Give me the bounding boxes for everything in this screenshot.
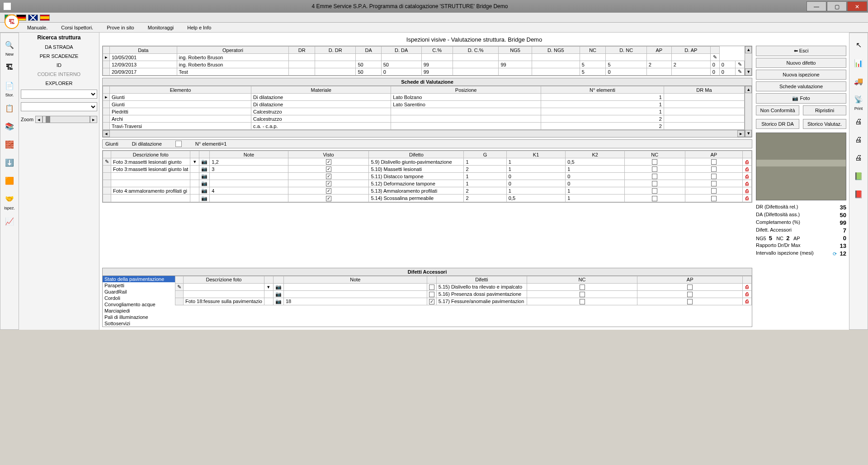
visto-checkbox[interactable]: [326, 159, 331, 165]
acc-item-parapetti[interactable]: Parapetti: [103, 282, 175, 289]
pdf-row-icon[interactable]: ⎙: [743, 195, 752, 202]
col-dr[interactable]: DR: [289, 47, 315, 54]
esci-button[interactable]: ⬅ Esci: [756, 46, 846, 56]
col-posizione[interactable]: Posizione: [391, 86, 541, 94]
acc-row[interactable]: Foto 18:fessure sulla pavimentazio📷185.1…: [175, 298, 752, 305]
pdf-row-icon[interactable]: ⎙: [743, 180, 752, 187]
pdf-row-icon[interactable]: ⎙: [743, 166, 752, 173]
side-codice-interno[interactable]: CODICE INTERNO: [21, 70, 97, 79]
menu-corsi[interactable]: Corsi Ispettori.: [61, 25, 93, 30]
side-combo-2[interactable]: [21, 102, 97, 111]
cursor-icon[interactable]: ↖: [852, 38, 865, 51]
acc-item-marciapiedi[interactable]: Marciapiedi: [103, 308, 175, 314]
truck-icon[interactable]: 🚚: [852, 75, 865, 87]
excel-icon[interactable]: 📗: [852, 170, 865, 182]
schede-hscroll[interactable]: ◂▸: [103, 130, 745, 137]
acc-col-difetti[interactable]: Difetti: [436, 276, 527, 283]
acc-item-cordoli[interactable]: Cordoli: [103, 295, 175, 301]
visto-checkbox[interactable]: [326, 196, 331, 201]
camera-icon[interactable]: 📷: [199, 180, 210, 187]
nc-checkbox[interactable]: [652, 174, 657, 179]
side-combo-1[interactable]: [21, 90, 97, 99]
defect-row[interactable]: ✎Foto 3:massetti lesionati giunto▾📷1,25.…: [103, 158, 752, 166]
col-def-nc[interactable]: NC: [624, 151, 685, 158]
schede-valutazione-button[interactable]: Schede valutazione: [756, 81, 846, 91]
insp-row[interactable]: ▸10/05/2001ing. Roberto Bruson✎: [103, 54, 745, 61]
visto-checkbox[interactable]: [326, 166, 331, 172]
col-da[interactable]: DA: [356, 47, 381, 54]
ap-checkbox[interactable]: [711, 174, 717, 179]
menu-prove[interactable]: Prove in sito: [107, 25, 134, 30]
camera-icon[interactable]: 📷: [199, 195, 210, 202]
acc-checkbox[interactable]: [429, 285, 434, 290]
col-difetto[interactable]: Difetto: [369, 151, 464, 158]
camera-icon[interactable]: 📷: [273, 283, 283, 290]
schede-vscroll[interactable]: ▴▾: [745, 86, 752, 137]
col-ng5[interactable]: NG5: [499, 47, 532, 54]
nc-checkbox[interactable]: [580, 299, 585, 304]
insp-row[interactable]: 20/09/2017Test500995000✎: [103, 68, 745, 76]
brick-icon[interactable]: 🧱: [3, 138, 16, 151]
acc-col-nc[interactable]: NC: [527, 276, 637, 283]
acc-row[interactable]: 📷5.16) Presenza dossi pavimentazione⎙: [175, 290, 752, 298]
close-button[interactable]: ✕: [847, 1, 867, 11]
schede-row[interactable]: PiedrittiCalcestruzzo1: [103, 108, 745, 115]
defect-row[interactable]: 📷5.11) Distacco tampone100⎙: [103, 173, 752, 180]
printer3-icon[interactable]: 🖨: [852, 152, 865, 164]
edit-icon[interactable]: ✎: [713, 54, 717, 60]
col-dap[interactable]: D. AP: [671, 47, 710, 54]
nuovo-difetto-button[interactable]: Nuovo difetto: [756, 58, 846, 68]
defect-row[interactable]: Foto 3:massetti lesionati giunto lat📷35.…: [103, 166, 752, 173]
foto-button[interactable]: 📷 Foto: [756, 93, 846, 104]
defect-row[interactable]: 📷5.14) Scossalina permeabile20,51⎙: [103, 195, 752, 202]
nc-checkbox[interactable]: [580, 285, 585, 290]
col-visto[interactable]: Visto: [288, 151, 369, 158]
defect-row[interactable]: Foto 4:ammaloramento profilati gi📷45.13)…: [103, 187, 752, 195]
ap-checkbox[interactable]: [711, 166, 717, 172]
filter-checkbox[interactable]: [175, 141, 182, 147]
maximize-button[interactable]: ▢: [827, 1, 847, 11]
acc-item-pavimentazione[interactable]: Stato della pavimentazione: [103, 276, 175, 282]
storico-dr-button[interactable]: Storico DR DA: [756, 119, 799, 129]
camera-icon[interactable]: 📷: [199, 166, 210, 173]
acc-item-sottoservizi[interactable]: Sottoservizi: [103, 320, 175, 327]
schede-row[interactable]: GiuntiDi dilatazioneLato Sarentino1: [103, 101, 745, 108]
ap-checkbox[interactable]: [687, 292, 693, 297]
col-materiale[interactable]: Materiale: [251, 86, 391, 94]
col-drma[interactable]: DR Ma: [664, 86, 744, 94]
edit-icon[interactable]: ✎: [738, 69, 742, 74]
acc-checkbox[interactable]: [429, 299, 434, 304]
camera-icon[interactable]: 📷: [199, 187, 210, 195]
ripristini-button[interactable]: Ripristini: [803, 105, 846, 115]
edit-icon[interactable]: ✎: [738, 62, 742, 67]
side-per-scadenze[interactable]: PER SCADENZE: [21, 52, 97, 61]
nuova-ispezione-button[interactable]: Nuova ispezione: [756, 70, 846, 80]
flag-es-icon[interactable]: [40, 14, 50, 21]
col-c[interactable]: C.%: [421, 47, 453, 54]
minimize-button[interactable]: —: [807, 1, 826, 11]
camera-icon[interactable]: 📷: [199, 158, 210, 166]
zoom-left-icon[interactable]: ◂: [35, 116, 42, 123]
col-dnc[interactable]: D. NC: [606, 47, 646, 54]
flag-uk-icon[interactable]: [28, 14, 38, 21]
side-id[interactable]: ID: [21, 61, 97, 70]
camera-icon[interactable]: 📷: [199, 173, 210, 180]
insp-vscroll[interactable]: ▴▾: [745, 46, 752, 76]
storico-val-button[interactable]: Storico Valutaz.: [803, 119, 846, 129]
printer2-icon[interactable]: 🖨: [852, 133, 865, 146]
col-k1[interactable]: K1: [506, 151, 566, 158]
non-conformita-button[interactable]: Non Conformità: [756, 105, 799, 115]
acc-item-acque[interactable]: Convogliamento acque: [103, 301, 175, 308]
nc-checkbox[interactable]: [652, 166, 657, 172]
signal-icon[interactable]: 📡: [852, 93, 865, 105]
printer-icon[interactable]: 🖨: [852, 115, 865, 128]
pdf-icon[interactable]: 📕: [852, 188, 865, 200]
camera-icon[interactable]: 📷: [273, 298, 283, 305]
ap-checkbox[interactable]: [687, 299, 693, 304]
col-data[interactable]: Data: [110, 47, 177, 54]
pdf-row-icon[interactable]: ⎙: [743, 187, 752, 195]
schede-row[interactable]: ArchiCalcestruzzo2: [103, 115, 745, 123]
ap-checkbox[interactable]: [711, 188, 717, 194]
barchart-icon[interactable]: 📊: [852, 57, 865, 69]
schede-row[interactable]: ▸GiuntiDi dilatazioneLato Bolzano1: [103, 94, 745, 101]
